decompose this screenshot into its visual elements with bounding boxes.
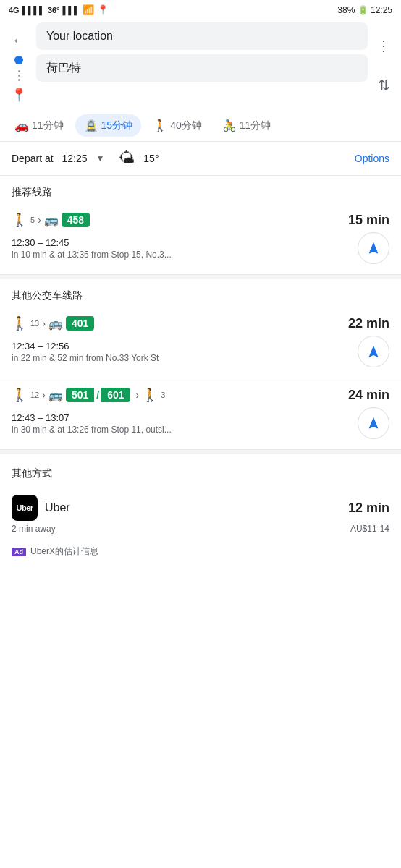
tab-drive[interactable]: 🚗 11分钟 — [6, 114, 72, 137]
route-dots — [18, 70, 20, 81]
navigate-arrow-icon-401 — [366, 344, 381, 359]
bus-icon-501: 🚌 — [48, 388, 63, 402]
route-times-401: 12:34 – 12:56 in 22 min & 52 min from No… — [12, 341, 358, 363]
origin-input[interactable] — [36, 22, 368, 50]
navigate-button-401[interactable] — [358, 336, 389, 367]
recommended-header: 推荐线路 — [0, 176, 401, 203]
walk-icon: 🚶 — [153, 119, 167, 132]
temperature: 15° — [143, 153, 159, 164]
walk-count-5: 5 — [30, 216, 35, 224]
uber-top: Uber Uber 12 min — [12, 495, 389, 521]
route-left-458: 🚶 5 › 🚌 458 — [12, 212, 348, 228]
location-icon: 📍 — [97, 4, 109, 15]
walk-figure-icon-501b: 🚶 — [142, 387, 158, 403]
other-bus-header: 其他公交车线路 — [0, 279, 401, 307]
uber-logo: Uber — [12, 495, 38, 521]
bus-badge-458: 458 — [62, 213, 90, 227]
tab-walk[interactable]: 🚶 40分钟 — [144, 114, 211, 137]
arrow-icon: › — [38, 214, 41, 226]
other-methods-section: 其他方式 Uber Uber 12 min 2 min away AU$11-1… — [0, 454, 401, 569]
bus-badge-501-601: 501 / 601 — [66, 388, 130, 402]
uber-logo-text: Uber — [16, 503, 33, 512]
weather-icon: 🌤 — [119, 149, 135, 168]
depart-time-button[interactable]: Depart at 12:25 ▼ — [12, 153, 104, 164]
walk-count-3: 3 — [161, 391, 165, 399]
tab-bike[interactable]: 🚴 11分钟 — [214, 114, 280, 137]
bike-label: 11分钟 — [240, 119, 271, 132]
bike-icon: 🚴 — [222, 119, 237, 132]
depart-row: Depart at 12:25 ▼ 🌤 15° Options — [0, 142, 401, 176]
duration-401: 22 min — [348, 316, 389, 331]
time-detail-401: in 22 min & 52 min from No.33 York St — [12, 353, 358, 363]
time-detail-458: in 10 min & at 13:35 from Stop 15, No.3.… — [12, 250, 358, 260]
signal-4g: 4G — [9, 6, 20, 14]
signal-36: 36° — [48, 6, 60, 14]
status-right: 38% 🔋 12:25 — [337, 5, 392, 15]
more-button[interactable]: ⋮ — [373, 34, 394, 57]
bus-icon-458: 🚌 — [44, 213, 59, 227]
tab-transit[interactable]: 🚊 15分钟 — [75, 114, 142, 137]
time-range-458: 12:30 – 12:45 — [12, 237, 358, 248]
route-top-458: 🚶 5 › 🚌 458 15 min — [12, 212, 389, 228]
swap-button[interactable]: ⇅ — [375, 74, 393, 97]
slash-icon: / — [94, 388, 101, 402]
uber-card: Uber Uber 12 min 2 min away AU$11-14 — [0, 485, 401, 544]
search-left: ← 📍 — [7, 22, 30, 103]
route-top-401: 🚶 13 › 🚌 401 22 min — [12, 315, 389, 331]
back-button[interactable]: ← — [7, 28, 30, 51]
walk-figure-icon: 🚶 — [12, 212, 28, 228]
walk-figure-icon-501: 🚶 — [12, 387, 28, 403]
battery-percent: 38% 🔋 12:25 — [337, 5, 392, 15]
navigate-arrow-icon-501 — [366, 416, 381, 430]
time-range-401: 12:34 – 12:56 — [12, 341, 358, 352]
route-card-401: 🚶 13 › 🚌 401 22 min 12:34 – 12:56 in 22 … — [0, 307, 401, 378]
walk-figure-icon-401: 🚶 — [12, 315, 28, 331]
route-left-501: 🚶 12 › 🚌 501 / 601 › 🚶 3 — [12, 387, 348, 403]
route-card-501-601: 🚶 12 › 🚌 501 / 601 › 🚶 3 24 min 12:43 – … — [0, 378, 401, 450]
signal-bars-left: ▌▌▌▌ — [22, 6, 45, 14]
arrow-icon-501: › — [42, 389, 46, 401]
navigate-arrow-icon — [366, 241, 381, 255]
search-inputs — [36, 22, 368, 103]
route-bottom-401: 12:34 – 12:56 in 22 min & 52 min from No… — [12, 336, 389, 367]
duration-458: 15 min — [348, 213, 389, 228]
uber-subtitle-row: 2 min away AU$11-14 — [12, 524, 389, 534]
destination-input[interactable] — [36, 54, 368, 82]
transport-tabs: 🚗 11分钟 🚊 15分钟 🚶 40分钟 🚴 11分钟 — [0, 110, 401, 142]
other-methods-header: 其他方式 — [0, 457, 401, 485]
wifi-icon: 📶 — [83, 4, 94, 15]
drive-label: 11分钟 — [32, 119, 64, 132]
origin-dot — [14, 56, 23, 64]
bus-badge-401: 401 — [66, 316, 94, 331]
uber-duration: 12 min — [348, 501, 389, 516]
transit-icon: 🚊 — [84, 119, 98, 132]
uber-price: AU$11-14 — [350, 524, 389, 534]
status-left: 4G ▌▌▌▌ 36° ▌▌▌ 📶 📍 — [9, 4, 109, 15]
navigate-button-501[interactable] — [358, 407, 389, 439]
route-bottom-458: 12:30 – 12:45 in 10 min & at 13:35 from … — [12, 232, 389, 264]
route-times-458: 12:30 – 12:45 in 10 min & at 13:35 from … — [12, 237, 358, 260]
drive-icon: 🚗 — [14, 119, 29, 132]
search-area: ← 📍 ⋮ ⇅ — [0, 18, 401, 110]
time-detail-501: in 30 min & at 13:26 from Stop 11, outsi… — [12, 425, 358, 435]
depart-time-value: 12:25 — [62, 153, 87, 164]
depart-chevron-icon: ▼ — [96, 153, 104, 163]
arrow-icon-401: › — [42, 318, 46, 329]
bus-icon-401: 🚌 — [48, 317, 63, 331]
navigate-button-458[interactable] — [358, 232, 389, 264]
arrow-icon-501b: › — [136, 389, 140, 401]
duration-501: 24 min — [348, 388, 389, 403]
signal-bars-right: ▌▌▌ — [63, 6, 80, 14]
uber-subtitle: 2 min away — [12, 524, 56, 534]
route-times-501: 12:43 – 13:07 in 30 min & at 13:26 from … — [12, 412, 358, 435]
destination-pin: 📍 — [11, 87, 27, 103]
bus-badge-601: 601 — [101, 388, 130, 402]
uber-name: Uber — [45, 501, 70, 514]
search-right: ⋮ ⇅ — [373, 22, 394, 103]
options-button[interactable]: Options — [355, 153, 389, 164]
bus-badge-501: 501 — [66, 388, 94, 402]
route-left-401: 🚶 13 › 🚌 401 — [12, 315, 348, 331]
route-top-501: 🚶 12 › 🚌 501 / 601 › 🚶 3 24 min — [12, 387, 389, 403]
walk-count-12: 12 — [30, 391, 39, 399]
uber-left: Uber Uber — [12, 495, 70, 521]
